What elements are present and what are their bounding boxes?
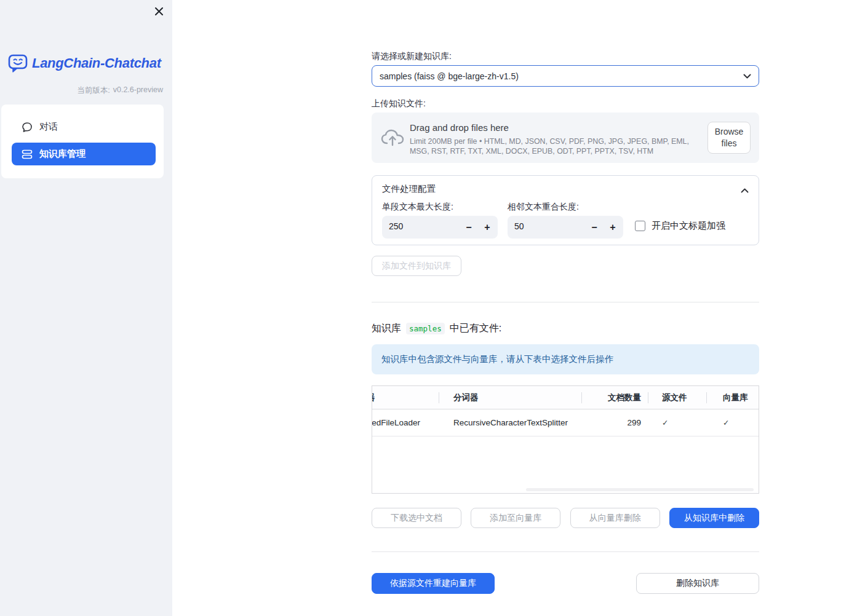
overlap-size-value: 50 — [514, 221, 524, 231]
overlap-size-label: 相邻文本重合长度: — [508, 202, 579, 213]
table-header-row: 文档加载器 分词器 文档数量 源文件 向量库 — [372, 386, 759, 409]
app-logo: LangChain-Chatchat — [7, 53, 161, 74]
col-header-splitter[interactable]: 分词器 — [439, 386, 581, 409]
col-header-doc-count[interactable]: 文档数量 — [581, 386, 648, 409]
cloud-upload-icon — [380, 127, 405, 149]
chevron-down-icon — [743, 74, 751, 79]
rebuild-vector-store-button[interactable]: 依据源文件重建向量库 — [372, 573, 495, 594]
info-banner: 知识库中包含源文件与向量库，请从下表中选择文件后操作 — [372, 344, 759, 374]
file-uploader-dropzone[interactable]: Drag and drop files here Limit 200MB per… — [372, 113, 759, 163]
info-text: 知识库中包含源文件与向量库，请从下表中选择文件后操作 — [381, 353, 613, 365]
sidebar-item-dialogue[interactable]: 对话 — [12, 116, 156, 138]
sidebar-menu: 对话 知识库管理 — [1, 105, 164, 178]
kb-files-suffix: 中已有文件: — [450, 322, 501, 335]
chunk-size-decrement-button[interactable]: − — [460, 216, 478, 239]
kb-files-heading: 知识库 samples 中已有文件: — [372, 322, 501, 335]
download-selected-docs-button[interactable]: 下载选中文档 — [372, 508, 461, 528]
browse-files-button[interactable]: Browse files — [708, 122, 751, 154]
col-header-loader[interactable]: 文档加载器 — [372, 386, 439, 409]
uploader-title: Drag and drop files here — [410, 122, 509, 133]
kb-files-table[interactable]: 文档加载器 分词器 文档数量 源文件 向量库 UnstructuredFileL… — [372, 385, 759, 494]
checkbox-box[interactable] — [635, 221, 645, 231]
upload-label: 上传知识文件: — [372, 98, 426, 109]
chunk-size-value: 250 — [389, 221, 403, 231]
cell-source-file-check: ✓ — [648, 409, 706, 436]
kb-name-code: samples — [406, 323, 445, 334]
version-info: 当前版本: v0.2.6-preview — [77, 85, 163, 96]
chat-logo-icon — [7, 53, 28, 74]
kb-select-label: 请选择或新建知识库: — [372, 51, 452, 62]
main-content: 请选择或新建知识库: samples (faiss @ bge-large-zh… — [372, 0, 759, 616]
col-header-source-file[interactable]: 源文件 — [648, 386, 706, 409]
cell-splitter: RecursiveCharacterTextSplitter — [439, 409, 581, 436]
delete-from-kb-button[interactable]: 从知识库中删除 — [669, 508, 759, 528]
sidebar-item-kb-management[interactable]: 知识库管理 — [12, 143, 156, 165]
sidebar-item-label: 对话 — [39, 121, 58, 133]
overlap-size-input[interactable]: 50 − + — [508, 216, 623, 239]
close-sidebar-button[interactable] — [150, 2, 167, 20]
cell-vector-store-check: ✓ — [706, 409, 759, 436]
delete-kb-button[interactable]: 删除知识库 — [636, 573, 759, 594]
close-icon — [154, 7, 164, 16]
zh-title-enhance-checkbox[interactable]: 开启中文标题加强 — [635, 220, 725, 232]
divider — [372, 551, 759, 552]
sidebar: LangChain-Chatchat 当前版本: v0.2.6-preview … — [0, 0, 172, 616]
expander-title[interactable]: 文件处理配置 — [382, 183, 436, 195]
kb-selected-value: samples (faiss @ bge-large-zh-v1.5) — [380, 71, 743, 81]
version-label: 当前版本: — [77, 85, 110, 96]
collapse-expander-control[interactable] — [741, 184, 749, 195]
chunk-size-input[interactable]: 250 − + — [382, 216, 498, 239]
chunk-size-label: 单段文本最大长度: — [382, 202, 453, 213]
cell-loader: UnstructuredFileLoader — [372, 409, 439, 436]
kb-select-dropdown[interactable]: samples (faiss @ bge-large-zh-v1.5) — [372, 65, 759, 87]
add-to-vector-store-button[interactable]: 添加至向量库 — [471, 508, 560, 528]
checkbox-label: 开启中文标题加强 — [652, 220, 725, 232]
sidebar-item-label: 知识库管理 — [39, 148, 86, 160]
kb-files-prefix: 知识库 — [372, 322, 401, 335]
stacked-list-icon — [22, 149, 33, 160]
cell-doc-count: 299 — [581, 409, 648, 436]
table-horizontal-scrollbar[interactable] — [526, 488, 754, 491]
app-title: LangChain-Chatchat — [32, 55, 161, 71]
file-config-expander: 文件处理配置 单段文本最大长度: 相邻文本重合长度: 250 − + 50 − … — [372, 175, 759, 245]
chevron-up-icon — [741, 188, 749, 193]
divider — [372, 302, 759, 302]
table-scroll-content: 文档加载器 分词器 文档数量 源文件 向量库 UnstructuredFileL… — [372, 386, 759, 436]
chat-bubble-icon — [22, 122, 33, 133]
chunk-size-increment-button[interactable]: + — [478, 216, 496, 239]
overlap-size-decrement-button[interactable]: − — [585, 216, 604, 239]
table-row[interactable]: UnstructuredFileLoader RecursiveCharacte… — [372, 409, 759, 436]
col-header-vector-store[interactable]: 向量库 — [706, 386, 759, 409]
file-action-buttons: 下载选中文档 添加至向量库 从向量库删除 从知识库中删除 — [372, 508, 759, 528]
version-value: v0.2.6-preview — [113, 85, 163, 96]
overlap-size-increment-button[interactable]: + — [604, 216, 622, 239]
add-files-to-kb-button[interactable]: 添加文件到知识库 — [372, 256, 461, 276]
uploader-hint: Limit 200MB per file • HTML, MD, JSON, C… — [410, 136, 703, 156]
delete-from-vector-store-button[interactable]: 从向量库删除 — [570, 508, 660, 528]
